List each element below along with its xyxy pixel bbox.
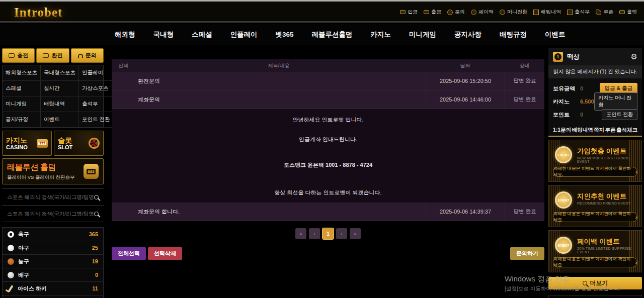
event-medal-icon: EVENT [555,146,572,163]
sidebar-item-notice-rules[interactable]: 공지/규정 [3,112,41,128]
unread-message-bar[interactable]: 읽지 않은 메세지가 (1) 건 있습니다. [548,65,642,78]
event-detail-button[interactable]: 자세한 내용은 이벤트 게시판에서 확인하세요.› [553,212,637,222]
header-link-coupon[interactable]: 쿠폰 [596,9,613,16]
header-link-payback[interactable]: 페이백 [471,9,494,16]
inquiry-title[interactable]: 계좌문의 [138,96,160,104]
sports-search-input-1[interactable] [7,194,94,200]
main-nav: 해외형 국내형 스페셜 인플레이 벳365 레볼루션홀덤 카지노 미니게임 공지… [0,24,644,45]
sidebar-item-overseas-sports[interactable]: 해외형스포츠 [3,65,41,81]
nav-overseas[interactable]: 해외형 [115,30,135,39]
more-button[interactable]: 더보기 [548,277,642,289]
search-icon[interactable] [94,195,99,200]
inquiry-button[interactable]: 문의 [71,48,104,63]
header-link-money-transfer[interactable]: 머니전환 [500,9,527,16]
slot-banner[interactable]: 슬롯 SLOT [54,131,104,156]
balance-label: 보유금액 [553,85,580,92]
casino-money-transfer-button[interactable]: 카지노 머니 전환 [594,92,637,111]
board-actions: 전체선택 선택삭제 문의하기 [112,247,544,260]
holdem-banner-title: 레볼루션 홀덤 [7,162,75,173]
table-row[interactable]: 환전문의 2025-09-06 15:20:50 답변 완료 [112,72,544,90]
tab-attendance-check[interactable]: 출석체크 [616,127,637,134]
chevron-right-icon: › [635,215,637,220]
charge-button[interactable]: 충전 [2,48,35,63]
sport-row-soccer[interactable]: 축구 365 [3,228,103,241]
slot-machine-icon: 777 [37,139,48,148]
nav-special[interactable]: 스페셜 [192,30,212,39]
delete-selected-button[interactable]: 선택삭제 [148,247,182,260]
answer-bank-account: 토스뱅크 윤은택 1001 - 8878 - 4724 [122,161,534,169]
nav-revolution-holdem[interactable]: 레볼루션홀덤 [312,30,353,39]
tab-betting-history[interactable]: 배팅내역 [572,127,593,134]
inquiry-date: 2025-09-06 15:20:50 [440,78,491,84]
search-icon [583,281,587,285]
pagination-page-1[interactable]: 1 [323,228,334,239]
table-row[interactable]: 계좌문의 합니다. 2025-09-06 14:39:37 답변 완료 [112,203,544,221]
table-row[interactable]: 계좌문의 2025-09-06 14:46:00 답변 완료 [112,90,544,109]
pagination-prev[interactable]: ‹ [309,228,320,239]
inquiry-date: 2025-09-06 14:39:37 [440,209,491,215]
sidebar-item-point-transfer[interactable]: 포인트 전환 [79,112,113,128]
sidebar-item-domestic-sports[interactable]: 국내형스포츠 [41,65,79,81]
header-link-inquiry[interactable]: 문의 [447,9,465,16]
casino-banner[interactable]: 카지노 CASINO 777 [2,131,52,156]
sidebar-item-virtual-sports[interactable]: 가상스포츠 [79,81,113,96]
nav-domestic[interactable]: 국내형 [153,30,174,39]
event-banner-first-bonus[interactable]: EVENT 가입첫충 이벤트 NEW MEMBER FIRST BONUS EV… [548,140,642,182]
inquiry-title[interactable]: 환전문의 [138,77,160,85]
sidebar-item-attendance[interactable]: 출석부 [79,96,113,112]
pagination-first[interactable]: « [295,228,306,239]
gear-icon[interactable]: ⚙ [631,52,637,61]
header-link-roulette[interactable]: 룰렛 [619,9,637,16]
nav-bet365[interactable]: 벳365 [276,30,294,39]
inquiry-title[interactable]: 계좌문의 합니다. [138,208,180,216]
tab-coupon[interactable]: 쿠폰 [605,127,616,134]
sports-search-input-2[interactable] [7,211,94,217]
column-date: 날짜 [426,59,505,72]
nav-event[interactable]: 이벤트 [545,30,566,39]
sidebar-item-minigame[interactable]: 미니게임 [3,96,41,112]
point-transfer-button[interactable]: 포인트 전환 [602,109,637,120]
casino-banner-title: 카지노 [6,137,28,144]
status-badge: 답변 완료 [514,208,536,215]
header-link-betting-history[interactable]: 배팅내역 [533,9,561,16]
logo[interactable]: Introbet [14,6,62,20]
sport-row-volleyball[interactable]: 배구 0 [3,268,103,282]
sidebar-item-inplay[interactable]: 인플레이 [79,65,113,81]
pagination: « ‹ 1 › » [112,228,544,239]
gold-slot-machine-icon: 888 [84,164,99,179]
telegram-banner[interactable]: Introbet 공식 텔레그램 [548,295,642,298]
header-link-deposit[interactable]: 입금 [400,9,418,16]
event-banner-payback[interactable]: EVENT 페이백 이벤트 20% TIME LIMITED SURPRISE … [548,230,642,272]
sport-row-basketball[interactable]: 농구 19 [3,255,103,268]
sport-row-baseball[interactable]: 야구 25 [3,241,103,255]
event-detail-button[interactable]: 자세한 내용은 이벤트 게시판에서 확인하세요.› [553,257,637,267]
header-link-withdraw[interactable]: 출금 [424,9,441,16]
pagination-last[interactable]: » [350,228,361,239]
event-detail-button[interactable]: 자세한 내용은 이벤트 게시판에서 확인하세요.› [553,167,637,177]
exchange-button[interactable]: 환전 [36,48,69,63]
sidebar-item-betting-history[interactable]: 배팅내역 [41,96,79,112]
search-icon[interactable] [94,212,99,216]
headset-icon [447,10,453,15]
revolution-holdem-banner[interactable]: 레볼루션 홀덤 플레이어 VS 플레이어 한판승부 888 [2,158,104,184]
sidebar-item-special[interactable]: 스페셜 [3,81,41,96]
nav-casino[interactable]: 카지노 [371,30,391,39]
payback-icon [471,10,476,15]
inquire-button[interactable]: 문의하기 [510,247,544,260]
header-link-attendance[interactable]: 출석부 [567,9,590,16]
nav-betting-rules[interactable]: 배팅규정 [500,30,527,39]
sport-row-tennis[interactable]: 테니스 0 [3,295,103,298]
tab-messages[interactable]: 쪽지 [594,127,604,134]
event-banner-recommend-friend[interactable]: EVENT 지인추천 이벤트 RECOMMEND FRIEND EVENT 자세… [548,185,642,227]
nav-inplay[interactable]: 인플레이 [230,30,258,39]
tab-one-to-one-inquiry[interactable]: 1:1문의 [553,127,571,134]
casino-money-label: 카지노 [553,98,580,106]
nav-minigame[interactable]: 미니게임 [409,30,436,39]
pagination-next[interactable]: › [336,228,347,239]
sidebar-item-event[interactable]: 이벤트 [41,112,79,128]
nav-notice[interactable]: 공지사항 [454,30,481,39]
sport-row-ice-hockey[interactable]: 아이스 하키 11 [3,282,103,295]
sidebar-item-realtime[interactable]: 실시간 [41,81,79,96]
select-all-button[interactable]: 전체선택 [112,247,146,260]
header-quick-links: 입금 출금 문의 페이백 머니전환 배팅내역 출석부 쿠폰 [400,9,637,16]
